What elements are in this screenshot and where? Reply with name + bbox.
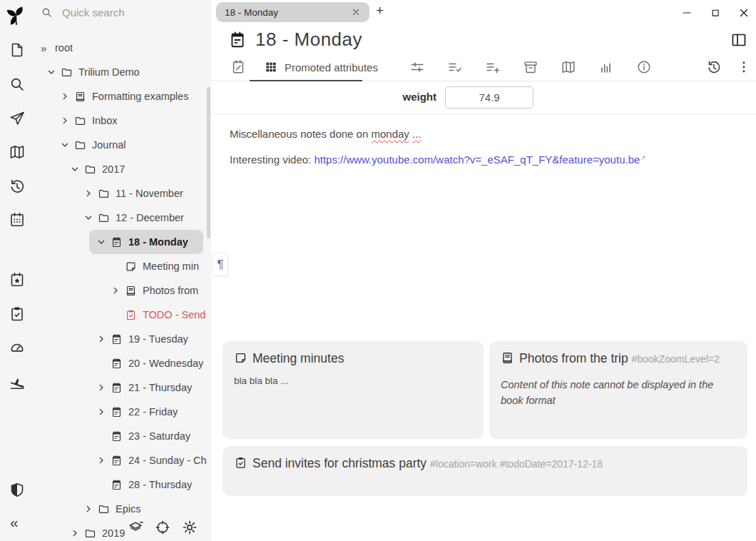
chevron-right-icon[interactable] [96, 382, 111, 393]
tree-item-19-tuesday[interactable]: 19 - Tuesday [34, 327, 211, 351]
chevron-down-icon[interactable] [70, 163, 84, 175]
similar-notes-chart-icon[interactable] [598, 59, 614, 75]
tree-item-formatting-examples[interactable]: Formatting examples [34, 84, 211, 108]
tree-item-photos-from-trip[interactable]: Photos from [34, 278, 211, 303]
calendar-icon[interactable] [9, 211, 26, 228]
calendar-star-icon[interactable] [9, 271, 26, 288]
tab-18-monday[interactable]: 18 - Monday [216, 2, 369, 22]
plane-landing-icon[interactable] [9, 374, 26, 391]
tree-item-epics[interactable]: Epics [34, 497, 211, 521]
tree-item-24-sunday[interactable]: 24 - Sunday - Ch [34, 448, 211, 472]
search-icon [41, 6, 53, 19]
folder-icon [98, 503, 110, 515]
chevron-down-icon[interactable] [96, 236, 111, 248]
note-title[interactable]: 18 - Monday [255, 29, 362, 51]
weight-input[interactable] [445, 86, 533, 108]
edited-notes-icon[interactable] [230, 59, 246, 75]
chevron-right-icon[interactable] [96, 406, 111, 418]
window-maximize-icon[interactable] [707, 6, 724, 20]
tree-item-23-saturday[interactable]: 23 - Saturday [34, 424, 211, 448]
chevron-right-icon[interactable] [111, 285, 125, 296]
day-note-icon [228, 31, 247, 49]
tree-item-28-thursday[interactable]: 28 - Thursday [34, 472, 211, 497]
tree-item-20-wednesday[interactable]: 20 - Wednesday [34, 351, 211, 375]
tree-item-18-monday[interactable]: 18 - Monday [89, 230, 203, 254]
block-handle-pilcrow[interactable]: ¶ [213, 253, 228, 276]
tree-item-11-november[interactable]: 11 - November [34, 181, 211, 206]
youtube-link[interactable]: https://www.youtube.com/watch?v=_eSAF_qT… [314, 153, 640, 166]
tree-item-todo-send-invites[interactable]: TODO - Send [34, 303, 211, 327]
chevron-down-icon[interactable] [60, 139, 74, 151]
note-info-icon[interactable] [636, 59, 652, 75]
tree-item-meeting-minutes[interactable]: Meeting min [34, 254, 211, 278]
task-list-icon[interactable] [9, 305, 26, 323]
trilium-logo-icon [6, 5, 27, 26]
chevron-right-icon[interactable] [96, 455, 111, 466]
new-note-icon[interactable] [9, 41, 26, 59]
expander-spacer [111, 309, 125, 320]
task-check-icon [125, 309, 137, 321]
note-paths-icon[interactable] [523, 59, 538, 75]
more-menu-kebab-icon[interactable] [736, 59, 752, 75]
note-editor[interactable]: Miscellaneous notes done on monday ... I… [211, 115, 756, 329]
expander-spacer [96, 479, 111, 490]
quick-search-placeholder: Quick search [62, 6, 125, 19]
close-icon[interactable] [351, 7, 361, 17]
tree-rows: » root Trilium Demo Formatting examples … [34, 36, 211, 541]
tree-item-22-friday[interactable]: 22 - Friday [34, 400, 211, 424]
window-minimize-icon[interactable] [678, 6, 695, 20]
chevron-right-icon[interactable] [60, 115, 74, 126]
quick-search[interactable]: Quick search [41, 6, 125, 19]
card-title[interactable]: Meeting minutes [234, 350, 472, 367]
inherited-attributes-icon[interactable] [485, 59, 501, 75]
chevron-right-icon[interactable] [83, 188, 98, 199]
book-card-meeting-minutes[interactable]: Meeting minutes bla bla bla ... [223, 341, 484, 439]
card-body: bla bla bla ... [234, 375, 472, 386]
tab-promoted-attributes[interactable]: Promoted attributes [264, 53, 378, 81]
chevron-right-icon[interactable] [96, 333, 111, 345]
card-title[interactable]: Send invites for christmas party #locati… [234, 455, 736, 472]
gauge-icon[interactable] [9, 339, 26, 356]
protected-session-shield-icon[interactable] [9, 482, 26, 499]
tree-item-inbox[interactable]: Inbox [34, 108, 211, 133]
gear-icon[interactable] [182, 520, 198, 535]
chevron-right-icon[interactable] [70, 527, 84, 539]
book-card-photos-from-trip[interactable]: Photos from the trip #bookZoomLevel=2 Co… [489, 341, 747, 439]
folder-icon [84, 163, 96, 176]
new-tab-button[interactable]: + [376, 3, 384, 19]
chevron-right-icon[interactable] [60, 91, 74, 102]
tree-item-journal[interactable]: Journal [34, 133, 211, 157]
revisions-history-icon[interactable] [706, 59, 722, 75]
tree-item-root[interactable]: » root [34, 36, 211, 60]
chevron-down-icon[interactable] [46, 66, 61, 78]
app-window: « Quick search » root Trilium Demo Forma… [0, 0, 756, 541]
tree-item-trilium-demo[interactable]: Trilium Demo [34, 60, 211, 84]
window-close-icon[interactable] [735, 6, 752, 20]
tree-item-2017[interactable]: 2017 [34, 157, 211, 181]
owned-attributes-icon[interactable] [447, 59, 463, 75]
tree-item-21-thursday[interactable]: 21 - Thursday [34, 375, 211, 400]
target-icon[interactable] [155, 520, 170, 535]
note-map-icon[interactable] [9, 143, 26, 161]
folder-icon [98, 188, 110, 200]
folder-icon [84, 527, 96, 540]
right-pane-toggle-icon[interactable] [730, 31, 747, 49]
jump-to-note-icon[interactable] [9, 110, 26, 127]
collapse-tree-icon[interactable]: « [10, 515, 19, 530]
search-icon[interactable] [9, 76, 26, 93]
chevron-down-icon[interactable] [83, 212, 98, 223]
card-title[interactable]: Photos from the trip #bookZoomLevel=2 [501, 350, 736, 367]
note-map-icon[interactable] [561, 59, 576, 75]
tree-scrollbar[interactable] [207, 87, 210, 238]
recent-changes-icon[interactable] [9, 178, 26, 195]
day-note-icon [111, 430, 123, 443]
weight-label: weight [351, 91, 436, 103]
tree-item-12-december[interactable]: 12 - December [34, 206, 211, 230]
day-note-icon [111, 236, 123, 248]
main-pane: 18 - Monday + 18 - Monday Promoted attri… [211, 0, 756, 541]
chevron-right-icon[interactable] [83, 503, 98, 515]
double-chevron-icon[interactable]: » [41, 42, 55, 54]
basic-properties-icon[interactable] [409, 59, 425, 75]
book-card-send-invites[interactable]: Send invites for christmas party #locati… [223, 446, 747, 496]
layers-icon[interactable] [128, 520, 143, 535]
